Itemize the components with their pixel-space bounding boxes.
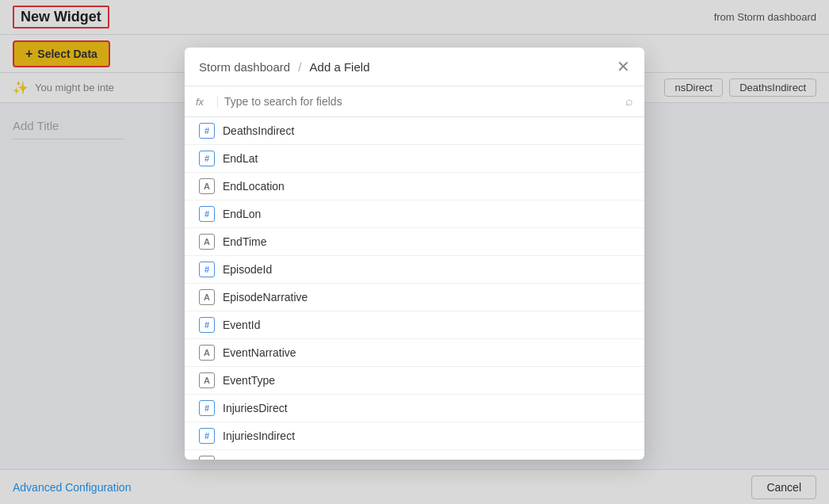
- field-name-label: EventType: [223, 374, 275, 387]
- field-name-label: EndLon: [223, 208, 261, 220]
- field-list: #DeathsIndirect#EndLatAEndLocation#EndLo…: [185, 117, 644, 460]
- field-list-item[interactable]: AEventNarrative: [185, 339, 644, 367]
- modal-dashboard-name: Storm dashboard: [199, 60, 290, 74]
- modal-header: Storm dashboard / Add a Field ✕: [185, 48, 644, 86]
- field-type-badge: #: [199, 123, 215, 139]
- field-name-label: EndLat: [223, 152, 258, 165]
- field-type-badge: A: [199, 289, 215, 305]
- field-name-label: EpisodeId: [223, 263, 272, 276]
- field-list-item[interactable]: AEventType: [185, 367, 644, 395]
- field-type-badge: #: [199, 151, 215, 166]
- field-type-badge: #: [199, 400, 215, 416]
- fx-label: fx: [196, 96, 218, 108]
- field-list-item[interactable]: AEndTime: [185, 228, 644, 256]
- field-list-item[interactable]: #EventId: [185, 311, 644, 339]
- field-name-label: InjuriesIndirect: [223, 430, 295, 442]
- field-list-item[interactable]: #EndLat: [185, 145, 644, 173]
- page-container: New Widget from Storm dashboard + Select…: [0, 0, 829, 504]
- field-list-item[interactable]: #DeathsIndirect: [185, 117, 644, 145]
- field-list-item[interactable]: #InjuriesIndirect: [185, 422, 644, 450]
- close-modal-button[interactable]: ✕: [617, 59, 630, 74]
- field-name-label: EndLocation: [223, 180, 285, 193]
- field-type-badge: A: [199, 178, 215, 194]
- field-list-item[interactable]: AEpisodeNarrative: [185, 284, 644, 311]
- field-list-item[interactable]: AEndLocation: [185, 173, 644, 200]
- field-type-badge: A: [199, 456, 215, 460]
- field-name-label: InjuriesDirect: [223, 402, 288, 414]
- field-name-label: EventNarrative: [223, 346, 296, 359]
- add-field-modal: Storm dashboard / Add a Field ✕ fx ⌕ #De…: [185, 48, 644, 460]
- search-row: fx ⌕: [185, 86, 644, 117]
- field-type-badge: A: [199, 234, 215, 250]
- field-type-badge: #: [199, 428, 215, 444]
- modal-title: Storm dashboard / Add a Field: [199, 60, 369, 74]
- field-list-item[interactable]: #InjuriesDirect: [185, 395, 644, 422]
- field-name-label: EpisodeNarrative: [223, 291, 308, 304]
- field-type-badge: #: [199, 262, 215, 277]
- field-search-input[interactable]: [224, 95, 619, 108]
- breadcrumb-separator: /: [298, 60, 301, 74]
- field-name-label: DeathsIndirect: [223, 124, 294, 137]
- field-type-badge: #: [199, 317, 215, 333]
- field-list-item[interactable]: ASource: [185, 450, 644, 460]
- modal-overlay: Storm dashboard / Add a Field ✕ fx ⌕ #De…: [0, 0, 829, 504]
- field-name-label: EventId: [223, 319, 260, 331]
- search-icon: ⌕: [625, 94, 633, 109]
- modal-field-title: Add a Field: [310, 60, 370, 74]
- field-list-item[interactable]: #EpisodeId: [185, 256, 644, 284]
- field-name-label: EndTime: [223, 235, 267, 248]
- field-list-item[interactable]: #EndLon: [185, 200, 644, 228]
- field-type-badge: A: [199, 372, 215, 388]
- field-type-badge: #: [199, 206, 215, 222]
- field-name-label: Source: [223, 457, 258, 460]
- field-type-badge: A: [199, 345, 215, 361]
